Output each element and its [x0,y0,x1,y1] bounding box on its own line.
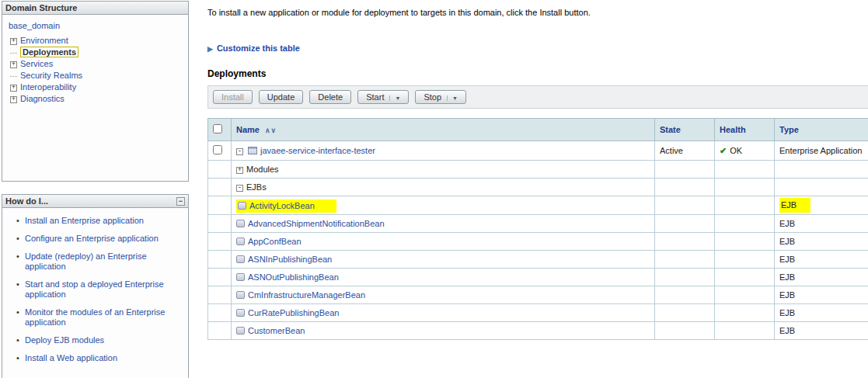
expand-icon[interactable]: + [10,38,17,45]
deployments-table-region: Install Update Delete Start▼ Stop▼ Name∧… [207,85,868,340]
list-item: •Deploy EJB modules [16,335,182,345]
tree-node-services[interactable]: +Services [7,59,183,68]
ejb-bean-icon [238,202,246,210]
module-group-label: EJBs [246,182,267,192]
bullet-icon: • [16,279,19,290]
intro-text: To install a new application or module f… [207,8,868,17]
column-header-state: State [655,119,715,141]
domain-structure-panel: Domain Structure base_domain +Environmen… [2,1,189,182]
ejb-bean-icon [236,255,245,263]
highlight-annotation: ActivityLockBean [236,199,336,213]
expand-icon[interactable]: + [10,85,17,92]
state-value: Active [655,141,715,161]
table-row: AdvancedShipmentNotificationBean EJB [208,215,868,233]
tree-node-diagnostics[interactable]: +Diagnostics [7,94,183,103]
list-item: •Start and stop a deployed Enterprise ap… [16,279,182,300]
howto-link[interactable]: Install a Web application [25,353,117,362]
bullet-icon: • [16,307,19,317]
health-value: ✔OK [715,141,775,161]
how-do-i-panel: How do I... − •Install an Enterprise app… [2,194,189,378]
bullet-icon: • [16,335,19,345]
table-row: -javaee-service-interface-tester Active … [208,141,868,161]
domain-tree: base_domain +Environment Deployments +Se… [2,15,188,181]
type-value: EJB [775,251,868,269]
ejb-link[interactable]: CustomerBean [248,326,305,335]
collapse-icon[interactable]: - [236,148,243,155]
expand-icon[interactable]: + [236,167,243,174]
column-header-name[interactable]: Name∧∨ [232,119,655,141]
tree-line [10,76,17,77]
deployments-table: Name∧∨ State Health Type -javaee-service… [207,118,868,340]
customize-table-link[interactable]: Customize this table [217,43,300,53]
type-value: EJB [775,233,868,251]
type-value: EJB [775,304,868,322]
ejb-bean-icon [236,238,245,245]
enterprise-app-icon [248,147,257,154]
table-row: ActivityLockBean EJB [208,196,868,215]
howto-link[interactable]: Deploy EJB modules [25,335,104,345]
update-button[interactable]: Update [259,90,303,104]
ejb-link[interactable]: ASNInPublishingBean [248,255,332,264]
expand-icon[interactable]: + [10,61,17,68]
ejb-link[interactable]: ActivityLockBean [249,201,315,210]
start-dropdown-button[interactable]: Start▼ [357,90,409,104]
row-checkbox[interactable] [213,145,222,154]
table-row: +Modules [208,161,868,179]
customize-table-control: ▶Customize this table [207,43,868,53]
table-row: ASNOutPublishingBean EJB [208,269,868,286]
domain-structure-title: Domain Structure [5,3,77,12]
type-value: EJB [775,269,868,286]
tree-node-environment[interactable]: +Environment [7,36,183,45]
how-do-i-title: How do I... [5,196,48,206]
expand-icon[interactable]: + [10,96,17,103]
type-value: EJB [775,196,868,215]
tree-node-deployments[interactable]: Deployments [7,47,183,57]
ejb-link[interactable]: AdvancedShipmentNotificationBean [248,219,385,228]
bullet-icon: • [16,353,19,363]
list-item: •Install a Web application [16,353,182,363]
tree-node-security-realms[interactable]: Security Realms [7,71,183,80]
table-header-row: Name∧∨ State Health Type [208,119,868,141]
type-value: EJB [775,286,868,304]
disclosure-arrow-icon[interactable]: ▶ [207,45,213,53]
ejb-link[interactable]: CurRatePublishingBean [248,308,339,317]
howto-link[interactable]: Update (redeploy) an Enterprise applicat… [25,251,147,271]
tree-node-base-domain[interactable]: base_domain [9,21,60,30]
deployment-link[interactable]: javaee-service-interface-tester [260,146,375,155]
column-header-type: Type [775,119,868,141]
list-item: •Configure an Enterprise application [16,234,182,244]
deployments-section-title: Deployments [207,68,868,79]
stop-dropdown-button[interactable]: Stop▼ [415,90,466,104]
howto-link[interactable]: Start and stop a deployed Enterprise app… [25,279,164,299]
delete-button[interactable]: Delete [309,90,351,104]
ejb-link[interactable]: CmInfrastructureManagerBean [248,290,365,300]
weblogic-console-page: Domain Structure base_domain +Environmen… [0,0,868,378]
ejb-link[interactable]: ASNOutPublishingBean [248,272,339,282]
how-do-i-header: How do I... − [2,195,188,208]
table-row: AppConfBean EJB [208,233,868,251]
highlight-annotation: EJB [779,198,810,213]
tree-node-interoperability[interactable]: +Interoperability [7,82,183,92]
ejb-link[interactable]: AppConfBean [248,237,302,246]
table-row: CurRatePublishingBean EJB [208,304,868,322]
ejb-bean-icon [236,220,245,227]
howto-link[interactable]: Install an Enterprise application [25,216,144,225]
select-all-checkbox[interactable] [213,124,222,134]
sidebar: Domain Structure base_domain +Environmen… [0,0,190,378]
how-do-i-list: •Install an Enterprise application •Conf… [2,216,188,374]
list-item: •Update (redeploy) an Enterprise applica… [16,251,182,272]
tree-line [10,53,17,54]
ejb-bean-icon [236,309,245,317]
collapse-panel-icon[interactable]: − [176,197,185,206]
howto-link[interactable]: Monitor the modules of an Enterprise app… [25,307,165,327]
collapse-icon[interactable]: - [236,185,243,192]
list-item: •Monitor the modules of an Enterprise ap… [16,307,182,328]
sort-icon[interactable]: ∧∨ [265,127,277,134]
bullet-icon: • [16,216,19,226]
type-value: EJB [775,322,868,340]
chevron-down-icon: ▼ [447,95,458,101]
howto-link[interactable]: Configure an Enterprise application [25,234,159,243]
deployments-toolbar: Install Update Delete Start▼ Stop▼ [207,85,868,109]
health-ok-icon: ✔ [720,146,727,155]
install-button[interactable]: Install [213,90,253,104]
